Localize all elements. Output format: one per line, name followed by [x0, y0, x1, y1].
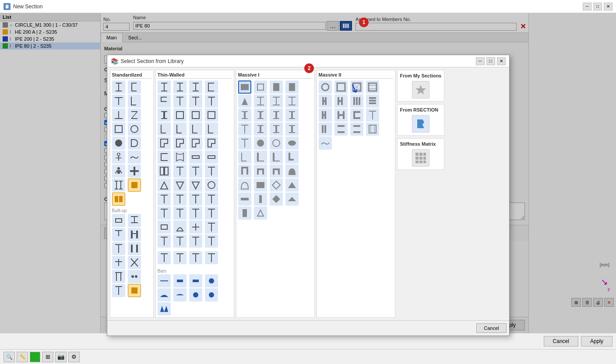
dialog-minimize[interactable]: ─	[476, 57, 485, 65]
mi-diamond2[interactable]	[270, 192, 283, 206]
tw-43[interactable]	[189, 220, 202, 234]
mi-6[interactable]	[254, 94, 267, 108]
tw-4[interactable]	[205, 80, 218, 94]
tw-29[interactable]	[158, 178, 171, 192]
buildup-6[interactable]	[128, 242, 141, 255]
bar-6[interactable]	[173, 288, 187, 301]
tw-26[interactable]	[173, 164, 187, 178]
tw-45[interactable]	[158, 234, 171, 248]
tw-42[interactable]	[173, 220, 187, 234]
mii-wave[interactable]	[319, 136, 332, 150]
bar-8[interactable]	[205, 288, 218, 301]
my-sections-star[interactable]	[412, 81, 429, 98]
buildup-7[interactable]	[112, 256, 125, 269]
tw-30[interactable]	[173, 178, 187, 192]
tw-22[interactable]	[173, 150, 187, 164]
buildup-8[interactable]	[128, 256, 141, 269]
icon-btn-a[interactable]: ⊞	[42, 352, 53, 362]
mii-10[interactable]	[334, 108, 348, 122]
tw-12[interactable]	[205, 108, 218, 122]
tw-44[interactable]	[205, 220, 218, 234]
tw-34[interactable]	[173, 192, 187, 206]
minimize-button[interactable]: ─	[583, 3, 591, 10]
std-shape-anchor[interactable]	[112, 150, 125, 164]
mii-11[interactable]	[350, 108, 363, 122]
tw-19[interactable]	[189, 136, 202, 150]
mi-L4[interactable]	[285, 150, 299, 164]
mi-15[interactable]	[270, 122, 283, 136]
icon-btn-c[interactable]: ⚙	[68, 352, 80, 362]
mi-7[interactable]	[270, 94, 283, 108]
mii-13[interactable]	[319, 122, 332, 136]
mi-L1[interactable]	[238, 150, 251, 164]
mii-15[interactable]	[350, 122, 363, 136]
maximize-button[interactable]: □	[593, 3, 602, 10]
tw-20[interactable]	[205, 136, 218, 150]
twb-2[interactable]	[173, 251, 187, 264]
tw-25[interactable]	[158, 164, 171, 178]
tw-3[interactable]	[189, 80, 202, 94]
mi-circle2[interactable]	[254, 136, 267, 150]
mi-last1[interactable]	[238, 206, 251, 220]
std-shape-C[interactable]	[128, 80, 141, 94]
tw-15[interactable]	[189, 122, 202, 136]
tw-11[interactable]	[189, 108, 202, 122]
tw-47[interactable]	[189, 234, 202, 248]
mi-U1[interactable]	[238, 164, 251, 178]
dialog-close[interactable]: ✕	[497, 57, 506, 65]
twb-3[interactable]	[189, 251, 202, 264]
mi-5[interactable]	[238, 94, 251, 108]
tw-48[interactable]	[205, 234, 218, 248]
tw-28[interactable]	[205, 164, 218, 178]
tw-9[interactable]	[158, 108, 171, 122]
std-shape-wave[interactable]	[128, 150, 141, 164]
std-shape-orange-rect[interactable]	[128, 178, 141, 192]
std-shape-orange-double[interactable]	[112, 192, 125, 206]
tw-5[interactable]	[158, 94, 171, 108]
mi-13[interactable]	[238, 122, 251, 136]
buildup-2[interactable]	[128, 214, 141, 227]
mi-14[interactable]	[254, 122, 267, 136]
icon-btn-b[interactable]: 📷	[55, 352, 67, 362]
mii-4[interactable]	[366, 80, 379, 94]
mi-circle1[interactable]	[238, 136, 251, 150]
buildup-3[interactable]	[112, 228, 125, 241]
stiffness-matrix-item[interactable]	[412, 149, 429, 167]
tw-35[interactable]	[189, 192, 202, 206]
bottom-cancel-button[interactable]: Cancel	[544, 336, 578, 346]
tw-14[interactable]	[173, 122, 187, 136]
bar-9[interactable]	[158, 302, 171, 315]
tw-24[interactable]	[205, 150, 218, 164]
tw-36[interactable]	[205, 192, 218, 206]
tw-40[interactable]	[205, 206, 218, 220]
mi-last2[interactable]	[254, 206, 267, 220]
mi-rect2[interactable]	[254, 178, 267, 192]
tw-46[interactable]	[173, 234, 187, 248]
mi-arch[interactable]	[285, 164, 299, 178]
std-shape-Tinv[interactable]	[112, 108, 125, 122]
tw-8[interactable]	[205, 94, 218, 108]
tw-6[interactable]	[173, 94, 187, 108]
std-shape-T[interactable]	[112, 94, 125, 108]
measure-btn[interactable]: 📏	[17, 352, 28, 362]
twb-4[interactable]	[205, 251, 218, 264]
mi-12[interactable]	[285, 108, 299, 122]
buildup-9[interactable]	[112, 270, 125, 283]
std-shape-box[interactable]	[112, 122, 125, 136]
bar-2[interactable]	[173, 274, 187, 287]
mi-brickH[interactable]	[238, 192, 251, 206]
bottom-apply-button[interactable]: Apply	[581, 336, 612, 346]
std-shape-circle[interactable]	[128, 122, 141, 136]
close-button[interactable]: ✕	[604, 3, 612, 10]
std-shape-I[interactable]	[112, 80, 125, 94]
tw-16[interactable]	[205, 122, 218, 136]
mi-arch3[interactable]	[285, 192, 299, 206]
tw-31[interactable]	[189, 178, 202, 192]
tw-39[interactable]	[189, 206, 202, 220]
mii-12[interactable]	[366, 108, 379, 122]
mi-rect-selected[interactable]	[238, 80, 251, 94]
tw-7[interactable]	[189, 94, 202, 108]
mi-4[interactable]	[285, 80, 299, 94]
mi-circle3[interactable]	[270, 136, 283, 150]
mii-16[interactable]	[366, 122, 379, 136]
